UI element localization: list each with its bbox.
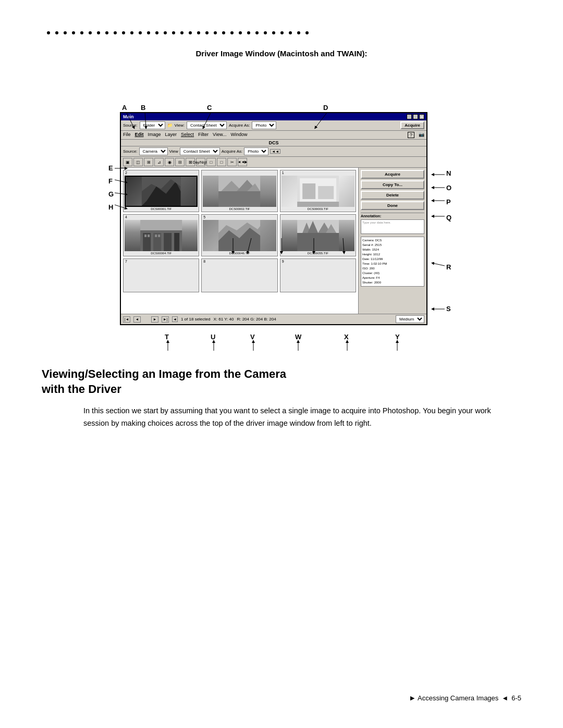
tool-icon-5[interactable]: ◉	[165, 158, 174, 166]
label-T: T	[165, 333, 169, 341]
dot-13	[155, 31, 158, 34]
view-select-main[interactable]: Contact Sheet	[180, 147, 220, 155]
thumb-img-3[interactable]	[282, 176, 354, 207]
copy-to-button[interactable]: Copy To...	[361, 180, 424, 189]
rgb-text: R: 204 G: 204 B: 204	[237, 317, 276, 322]
source-label-main: Source:	[123, 149, 138, 154]
label-W: W	[295, 333, 301, 341]
menu-filter[interactable]: Filter	[198, 132, 209, 138]
thumb-img-8[interactable]	[203, 264, 276, 290]
zoom-select[interactable]: Medium	[396, 315, 424, 323]
tool-icon-8[interactable]: Day/Night	[196, 158, 205, 166]
minimize-icon[interactable]: _	[407, 114, 412, 119]
menu-file[interactable]: File	[123, 132, 131, 138]
thumb-img-6[interactable]	[282, 220, 354, 251]
dcs-bar: DCS	[121, 140, 426, 146]
thumb-img-2[interactable]	[203, 176, 276, 207]
tool-icon-3[interactable]: ⊞	[144, 158, 153, 166]
svg-rect-11	[318, 186, 334, 199]
acquire-btn-top[interactable]: Acquire	[400, 121, 424, 129]
tool-icon-9[interactable]: □	[206, 158, 216, 166]
menu-view[interactable]: View...	[213, 132, 226, 138]
info-width: Width: 1524	[362, 248, 423, 252]
maximize-icon[interactable]: □	[413, 114, 418, 119]
acquire-select-main[interactable]: Photo	[244, 147, 268, 155]
menu-window[interactable]: Window	[230, 132, 247, 138]
thumb-cell-1[interactable]: 2 DCS00001.TIF	[123, 170, 199, 212]
thumb-img-7[interactable]	[125, 264, 198, 290]
tool-icon-2[interactable]: ◫	[133, 158, 143, 166]
source-select-top[interactable]: Folder	[140, 121, 165, 129]
thumb-cell-5[interactable]: 5 DCS00046.TIF	[201, 214, 277, 256]
scroll-left[interactable]: ◄	[172, 316, 178, 322]
thumb-cell-9[interactable]: 9	[280, 258, 356, 292]
dot-30	[297, 31, 300, 34]
dot-28	[280, 31, 284, 34]
thumb-img-9[interactable]	[282, 264, 354, 290]
tool-icon-6[interactable]: ⊟	[175, 158, 185, 166]
coords-text: X: 61 Y: 40	[213, 317, 234, 322]
info-height: Height: 1012	[362, 252, 423, 257]
svg-rect-17	[164, 233, 172, 251]
camera-icon: 📷	[419, 132, 424, 138]
page-container: // Render dots inline after DOM loads Dr…	[0, 0, 563, 728]
delete-button[interactable]: Delete	[361, 191, 424, 200]
acquire-select-top[interactable]: Photo	[252, 121, 276, 129]
svg-rect-19	[144, 235, 146, 237]
label-B: B	[141, 104, 145, 112]
dot-8	[114, 31, 117, 34]
tool-icon-11[interactable]: ✂	[227, 158, 237, 166]
driver-window: Main _ □ × Source: Folder 📁	[120, 112, 427, 325]
close-icon[interactable]: ×	[419, 114, 424, 119]
done-button[interactable]: Done	[361, 201, 424, 210]
tool-icon-12[interactable]: ◄◄▶	[238, 158, 247, 166]
dot-31	[305, 31, 309, 34]
tool-icon-4[interactable]: ⊿	[154, 158, 164, 166]
thumb-cell-7[interactable]: 7	[123, 258, 199, 292]
thumbnails-area: 2 DCS00001.TIF	[121, 168, 359, 314]
thumb-cell-4[interactable]: 4	[123, 214, 199, 256]
menu-select[interactable]: Select	[181, 132, 194, 138]
footer-text: Accessing Camera Images	[418, 694, 498, 702]
thumb-filename-2: DCS00002.TIF	[203, 207, 276, 211]
thumb-number-8: 8	[203, 260, 205, 263]
nav-first[interactable]: |◄	[123, 316, 130, 323]
thumb-img-4[interactable]	[125, 220, 198, 251]
acquire-button[interactable]: Acquire	[361, 170, 424, 179]
label-G: G	[108, 190, 114, 198]
info-iso: ISO: 200	[362, 266, 423, 271]
dot-25	[255, 31, 259, 34]
menu-edit[interactable]: Edit	[135, 132, 144, 138]
nav-prev[interactable]: ◄	[133, 316, 141, 323]
view-select-top[interactable]: Contact Sheet	[187, 121, 227, 129]
source-select-main[interactable]: Camera	[139, 147, 168, 155]
dot-10	[130, 31, 133, 34]
thumb-img-5[interactable]	[203, 220, 276, 251]
annotation-text[interactable]: Type your data here.	[361, 219, 424, 234]
tool-icon-10[interactable]: □	[217, 158, 226, 166]
menu-image[interactable]: Image	[148, 132, 161, 138]
menu-layer[interactable]: Layer	[165, 132, 177, 138]
controls-bar: Source: Camera View Contact Sheet Acquir…	[121, 146, 426, 157]
nav-next[interactable]: ►	[151, 316, 158, 323]
dot-3	[72, 31, 75, 34]
thumb-grid: 2 DCS00001.TIF	[123, 170, 356, 292]
section-heading: Viewing/Selecting an Image from the Came…	[42, 367, 521, 397]
thumb-cell-3[interactable]: 1	[280, 170, 356, 212]
thumb-cell-8[interactable]: 8	[201, 258, 277, 292]
dot-2	[64, 31, 67, 34]
help-icon[interactable]: ?	[408, 132, 414, 138]
thumb-cell-2[interactable]: DCS00002.TIF	[201, 170, 277, 212]
thumb-number-5: 5	[203, 215, 205, 219]
label-X: X	[344, 333, 349, 341]
svg-rect-10	[302, 183, 315, 199]
thumb-img-1[interactable]	[125, 176, 198, 207]
label-Y: Y	[395, 333, 400, 341]
label-Q: Q	[446, 214, 451, 221]
svg-line-50	[433, 263, 445, 266]
nav-last[interactable]: ►|	[162, 316, 169, 323]
info-camera: Camera: DCS	[362, 238, 423, 243]
tool-icon-1[interactable]: ▣	[123, 158, 132, 166]
dot-6	[97, 31, 100, 34]
thumb-cell-6[interactable]: DCS00055.TIF	[280, 214, 356, 256]
